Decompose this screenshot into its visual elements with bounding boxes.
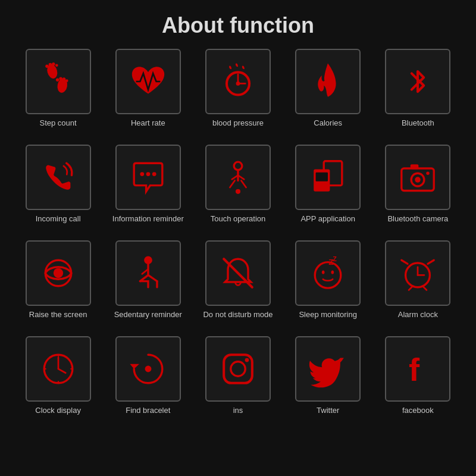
clock-display-icon: [38, 349, 79, 389]
icon-box-facebook: [385, 336, 450, 402]
heart-rate-icon: [128, 61, 168, 102]
icon-box-sedentary-reminder: [115, 240, 181, 306]
icon-box-blood-pressure: [205, 49, 271, 114]
function-cell-bluetooth-camera: Bluetooth camera: [377, 145, 459, 233]
step-count-icon: [38, 61, 79, 102]
icon-box-clock-display: [26, 336, 91, 402]
function-cell-sedentary-reminder: Sedentary reminder: [107, 240, 189, 329]
icon-box-raise-screen: [26, 240, 91, 306]
find-bracelet-icon: [128, 349, 168, 389]
function-cell-do-not-disturb: Do not disturb mode: [196, 240, 279, 329]
icon-box-app-application: [295, 145, 361, 210]
label-blood-pressure: blood pressure: [212, 118, 264, 137]
label-heart-rate: Heart rate: [131, 118, 165, 137]
function-cell-alarm-clock: Alarm clock: [377, 240, 459, 329]
function-cell-app-application: APP application: [287, 145, 369, 233]
function-cell-step-count: Step count: [17, 49, 99, 137]
icon-box-ins: [205, 336, 271, 402]
icon-box-bluetooth-camera: [385, 145, 450, 210]
label-touch-operation: Touch operation: [211, 214, 266, 233]
label-clock-display: Clock display: [35, 406, 81, 425]
icon-box-find-bracelet: [115, 336, 181, 402]
label-step-count: Step count: [40, 118, 77, 137]
label-bluetooth: Bluetooth: [402, 118, 434, 137]
touch-operation-icon: [218, 157, 258, 198]
icon-box-bluetooth: [385, 49, 450, 114]
label-information-reminder: Information reminder: [112, 214, 184, 233]
function-cell-ins: ins: [196, 336, 279, 425]
incoming-call-icon: [38, 157, 79, 198]
label-alarm-clock: Alarm clock: [398, 310, 438, 329]
sedentary-reminder-icon: [128, 253, 168, 293]
twitter-icon: [308, 349, 348, 389]
page-title: About function: [0, 0, 476, 49]
label-facebook: facebook: [402, 406, 434, 425]
function-cell-blood-pressure: blood pressure: [196, 49, 279, 137]
calories-icon: [308, 61, 348, 102]
function-grid: Step countHeart rateblood pressureCalori…: [0, 49, 476, 425]
function-cell-heart-rate: Heart rate: [107, 49, 189, 137]
function-cell-clock-display: Clock display: [17, 336, 99, 425]
sleep-monitoring-icon: [308, 253, 348, 293]
alarm-clock-icon: [397, 253, 438, 293]
function-cell-calories: Calories: [287, 49, 369, 137]
facebook-icon: [397, 349, 438, 389]
do-not-disturb-icon: [218, 253, 258, 293]
icon-box-sleep-monitoring: [295, 240, 361, 306]
label-app-application: APP application: [300, 214, 355, 233]
label-raise-screen: Raise the screen: [29, 310, 87, 329]
icon-box-twitter: [295, 336, 361, 402]
label-incoming-call: Incoming call: [36, 214, 81, 233]
icon-box-calories: [295, 49, 361, 114]
function-cell-bluetooth: Bluetooth: [377, 49, 459, 137]
icon-box-step-count: [26, 49, 91, 114]
icon-box-touch-operation: [205, 145, 271, 210]
app-application-icon: [308, 157, 348, 198]
function-cell-information-reminder: Information reminder: [107, 145, 189, 233]
bluetooth-camera-icon: [397, 157, 438, 198]
blood-pressure-icon: [218, 61, 258, 102]
label-calories: Calories: [314, 118, 342, 137]
ins-icon: [218, 349, 258, 389]
label-do-not-disturb: Do not disturb mode: [203, 310, 273, 329]
icon-box-do-not-disturb: [205, 240, 271, 306]
function-cell-facebook: facebook: [377, 336, 459, 425]
label-ins: ins: [233, 406, 243, 425]
function-cell-incoming-call: Incoming call: [17, 145, 99, 233]
icon-box-heart-rate: [115, 49, 181, 114]
icon-box-alarm-clock: [385, 240, 450, 306]
function-cell-raise-screen: Raise the screen: [17, 240, 99, 329]
icon-box-information-reminder: [115, 145, 181, 210]
function-cell-twitter: Twitter: [287, 336, 369, 425]
raise-screen-icon: [38, 253, 79, 293]
information-reminder-icon: [128, 157, 168, 198]
bluetooth-icon: [397, 61, 438, 102]
function-cell-sleep-monitoring: Sleep monitoring: [287, 240, 369, 329]
icon-box-incoming-call: [26, 145, 91, 210]
function-cell-touch-operation: Touch operation: [196, 145, 279, 233]
label-twitter: Twitter: [317, 406, 339, 425]
label-bluetooth-camera: Bluetooth camera: [387, 214, 448, 233]
label-find-bracelet: Find bracelet: [126, 406, 170, 425]
label-sleep-monitoring: Sleep monitoring: [299, 310, 357, 329]
label-sedentary-reminder: Sedentary reminder: [114, 310, 182, 329]
function-cell-find-bracelet: Find bracelet: [107, 336, 189, 425]
